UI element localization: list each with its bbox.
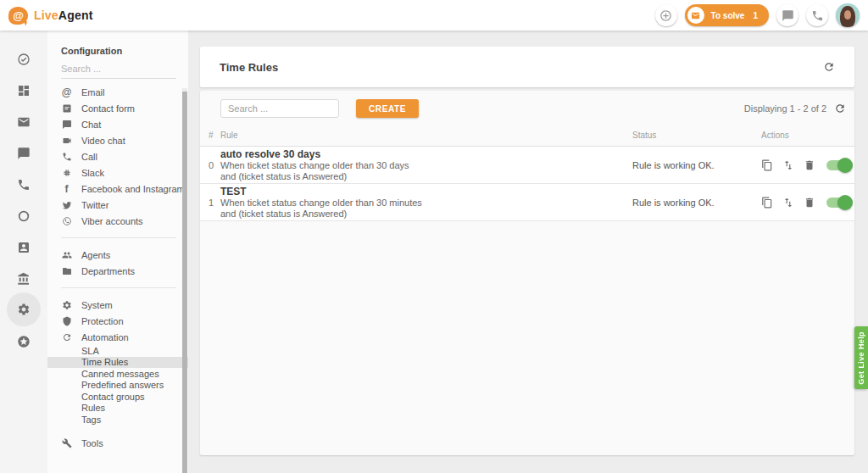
- sidebar-item-label: SLA: [81, 346, 99, 356]
- page-title: Time Rules: [220, 61, 278, 74]
- sidebar-item-sla[interactable]: SLA: [61, 345, 176, 357]
- sidebar-item-tags[interactable]: Tags: [61, 414, 176, 426]
- get-live-help-tab[interactable]: Get Live Help: [854, 326, 868, 389]
- gear-icon: [61, 299, 72, 310]
- phone-icon: [17, 178, 31, 192]
- rail-item-calls[interactable]: [7, 169, 41, 200]
- table-row[interactable]: 1 TEST When ticket status change older t…: [200, 184, 854, 221]
- sidebar-group: @EmailContact formChatVideo chatCallSlac…: [61, 84, 176, 229]
- phone-icon: [61, 151, 72, 162]
- sidebar-item-chat[interactable]: Chat: [61, 116, 176, 132]
- sidebar-item-label: Agents: [81, 250, 110, 260]
- page-header-card: Time Rules: [200, 47, 854, 87]
- agents-icon: [61, 249, 72, 260]
- duplicate-button[interactable]: [761, 159, 773, 171]
- sidebar-search-input[interactable]: [61, 56, 176, 79]
- check-circle-icon: [17, 53, 31, 66]
- sidebar-item-label: Time Rules: [81, 357, 128, 367]
- sidebar-item-viber-accounts[interactable]: Viber accounts: [61, 213, 176, 229]
- refresh-icon: [823, 61, 835, 73]
- avatar[interactable]: [836, 3, 860, 27]
- sidebar-item-time-rules[interactable]: Time Rules: [47, 357, 188, 369]
- sidebar-item-label: Protection: [81, 316, 124, 326]
- sidebar-item-automation[interactable]: Automation: [61, 329, 176, 345]
- add-button[interactable]: [655, 4, 677, 26]
- chat-button[interactable]: [776, 4, 798, 26]
- main-area: Time Rules CREATE Displaying 1 - 2 of 2 …: [188, 31, 868, 473]
- sidebar-item-label: Facebook and Instagram: [81, 184, 185, 194]
- refresh-list-button[interactable]: [834, 103, 846, 114]
- refresh-button[interactable]: [823, 61, 835, 73]
- rail-item-online-visitors[interactable]: [7, 200, 41, 231]
- sidebar-title: Configuration: [61, 46, 176, 56]
- logo-text: LiveAgent: [34, 8, 93, 22]
- sidebar-item-label: Tools: [81, 438, 103, 448]
- enable-toggle[interactable]: [826, 160, 851, 170]
- sidebar-item-video-chat[interactable]: Video chat: [61, 132, 176, 148]
- enable-toggle[interactable]: [826, 198, 851, 208]
- sidebar-item-label: Viber accounts: [81, 216, 143, 226]
- create-button[interactable]: CREATE: [356, 99, 419, 118]
- sidebar-divider: [61, 237, 176, 238]
- sidebar-item-departments[interactable]: Departments: [61, 263, 176, 279]
- sidebar-item-label: Contact form: [81, 103, 135, 114]
- icon-rail: [0, 31, 47, 473]
- rules-search-input[interactable]: [220, 99, 339, 118]
- sidebar-item-label: Twitter: [81, 200, 108, 210]
- sidebar-item-label: Automation: [81, 332, 129, 342]
- delete-button[interactable]: [804, 197, 815, 209]
- rail-item-mail[interactable]: [7, 106, 41, 137]
- rail-item-gamification[interactable]: [7, 326, 41, 357]
- sidebar-item-contact-groups[interactable]: Contact groups: [61, 391, 176, 403]
- gear-icon: [17, 303, 31, 316]
- sidebar-item-label: Video chat: [81, 136, 125, 146]
- rule-cell: auto resolve 30 days When ticket status …: [220, 148, 632, 182]
- to-solve-button[interactable]: To solve 1: [685, 4, 769, 26]
- sidebar-item-predefined-answers[interactable]: Predefined answers: [61, 380, 176, 392]
- sidebar-item-protection[interactable]: Protection: [61, 313, 176, 329]
- delete-button[interactable]: [804, 159, 815, 171]
- reorder-button[interactable]: [782, 159, 794, 171]
- reorder-button[interactable]: [782, 197, 794, 209]
- duplicate-button[interactable]: [761, 197, 773, 209]
- table-row[interactable]: 0 auto resolve 30 days When ticket statu…: [200, 147, 854, 184]
- sidebar-item-label: Departments: [81, 266, 135, 276]
- sidebar-item-canned-messages[interactable]: Canned messages: [61, 368, 176, 380]
- sidebar-item-agents[interactable]: Agents: [61, 247, 176, 263]
- rule-cell: TEST When ticket status change older tha…: [220, 186, 632, 220]
- sidebar-item-twitter[interactable]: Twitter: [61, 197, 176, 213]
- sidebar-scrollbar-thumb[interactable]: [182, 92, 187, 473]
- sidebar-group: SystemProtectionAutomationSLATime RulesC…: [61, 297, 176, 426]
- rule-status: Rule is working OK.: [632, 160, 761, 170]
- sidebar-item-system[interactable]: System: [61, 297, 176, 313]
- sidebar-item-email[interactable]: @Email: [61, 84, 176, 100]
- rail-item-tickets[interactable]: [7, 43, 41, 75]
- sidebar-item-facebook-and-instagram[interactable]: fFacebook and Instagram: [61, 181, 176, 197]
- sidebar-item-rules[interactable]: Rules: [61, 403, 176, 415]
- sidebar-divider: [61, 287, 176, 288]
- rail-item-settings[interactable]: [7, 292, 41, 326]
- rule-status: Rule is working OK.: [632, 198, 761, 208]
- rail-item-contacts[interactable]: [7, 231, 41, 263]
- rail-item-company[interactable]: [7, 263, 41, 294]
- sidebar-item-slack[interactable]: Slack: [61, 164, 176, 181]
- pagination-info: Displaying 1 - 2 of 2: [744, 103, 846, 114]
- rail-item-chats[interactable]: [7, 137, 41, 169]
- rule-title: TEST: [220, 186, 632, 198]
- col-actions: Actions: [761, 131, 848, 140]
- rail-item-dashboard[interactable]: [7, 75, 41, 106]
- sidebar-item-call[interactable]: Call: [61, 148, 176, 164]
- sidebar-item-contact-form[interactable]: Contact form: [61, 100, 176, 116]
- sidebar-item-label: Contact groups: [81, 392, 145, 402]
- dashboard-icon: [17, 84, 31, 97]
- sidebar-item-tools[interactable]: Tools: [61, 436, 176, 452]
- call-button[interactable]: [806, 4, 828, 26]
- avatar-face: [844, 10, 851, 19]
- ring-icon: [17, 209, 31, 223]
- videocam-icon: [61, 135, 72, 146]
- shield-icon: [61, 315, 72, 326]
- rules-toolbar: CREATE Displaying 1 - 2 of 2: [200, 91, 854, 118]
- at-icon: @: [61, 86, 72, 97]
- rule-description-line1: When ticket status change older than 30 …: [220, 160, 632, 171]
- refresh-icon: [834, 103, 846, 114]
